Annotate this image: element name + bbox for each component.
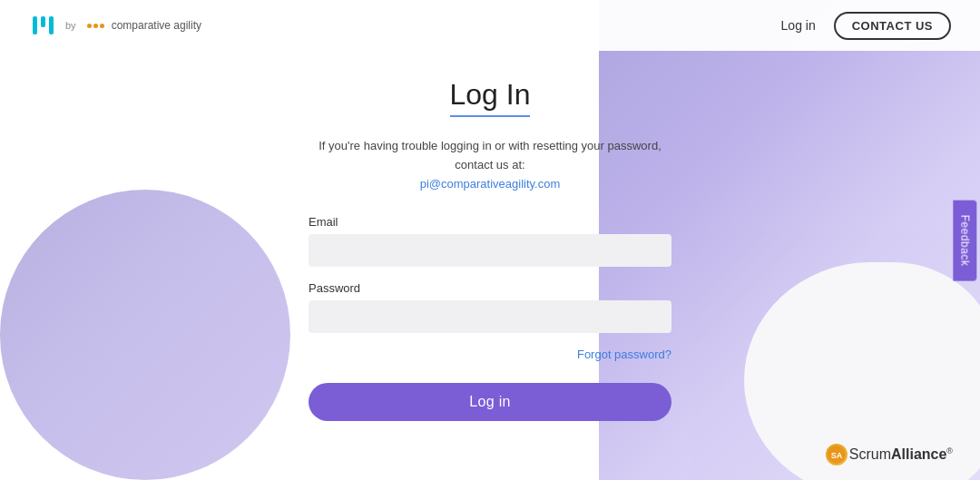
alliance-text: Alliance [891, 446, 946, 462]
ca-logo-dots [87, 24, 104, 28]
logo-area: by comparative agility [29, 11, 201, 40]
scrum-alliance-text: ScrumAlliance® [849, 446, 953, 463]
email-label: Email [309, 215, 671, 229]
nav-actions: Log in CONTACT US [781, 12, 951, 40]
ca-dot-3 [100, 24, 104, 28]
login-form-container: Log In If you're having trouble logging … [309, 78, 671, 421]
svg-rect-2 [49, 16, 54, 34]
contact-email-link[interactable]: pi@comparativeagility.com [420, 177, 561, 191]
pi-logo-icon [29, 11, 58, 40]
ca-logo-text: comparative agility [112, 19, 201, 32]
login-title: Log In [450, 78, 531, 117]
email-form-group: Email [309, 215, 671, 267]
scrum-text: Scrum [849, 446, 891, 462]
svg-text:SA: SA [831, 451, 843, 460]
password-input[interactable] [309, 300, 671, 333]
login-button[interactable]: Log in [309, 383, 671, 421]
password-label: Password [309, 281, 671, 295]
contact-us-button[interactable]: CONTACT US [834, 12, 951, 40]
password-form-group: Password [309, 281, 671, 333]
ca-dot-2 [93, 24, 98, 28]
ca-dot [87, 24, 92, 28]
forgot-password-link[interactable]: Forgot password? [309, 348, 671, 361]
scrum-alliance-logo: SA ScrumAlliance® [826, 444, 953, 465]
logo-by-text: by [65, 20, 76, 31]
email-input[interactable] [309, 234, 671, 267]
scrum-alliance-icon: SA [826, 444, 848, 465]
login-subtitle: If you're having trouble logging in or w… [309, 137, 671, 193]
trademark-text: ® [946, 446, 953, 456]
feedback-tab[interactable]: Feedback [954, 200, 977, 280]
navbar: by comparative agility Log in CONTACT US [0, 0, 980, 51]
main-content: Log In If you're having trouble logging … [0, 51, 980, 421]
svg-rect-1 [41, 16, 45, 27]
nav-login-link[interactable]: Log in [781, 18, 816, 33]
svg-rect-0 [33, 16, 37, 34]
login-subtitle-text: If you're having trouble logging in or w… [318, 139, 662, 171]
